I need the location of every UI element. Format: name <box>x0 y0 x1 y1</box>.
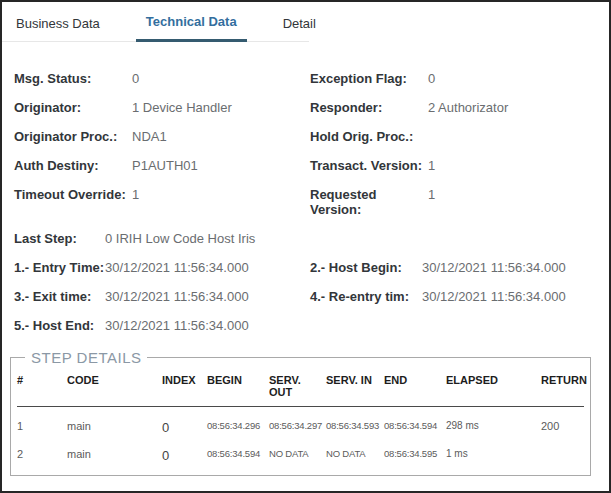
field-value: 2 Authorizator <box>428 100 508 115</box>
cell-number: 2 <box>17 435 67 463</box>
cell-serv-out: 08:56:34.297 <box>269 407 326 436</box>
field-row: Originator: 1 Device Handler Responder: … <box>14 100 601 115</box>
cell-elapsed: 1 ms <box>446 435 541 463</box>
col-header-end: END <box>384 368 446 407</box>
field-row: Last Step: 0 IRIH Low Code Host Iris <box>14 231 601 246</box>
field-grid: Msg. Status: 0 Exception Flag: 0 Origina… <box>2 42 609 333</box>
col-header-serv-in: SERV. IN <box>326 368 384 407</box>
field-responder: Responder: 2 Authorizator <box>310 100 601 115</box>
field-label: Msg. Status: <box>14 71 132 86</box>
field-value: 30/12/2021 11:56:34.000 <box>105 318 249 333</box>
cell-serv-in: 08:56:34.593 <box>326 407 384 436</box>
step-details-section: STEP DETAILS # CODE INDEX BEGIN SERV. OU… <box>10 349 591 476</box>
field-host-end: 5.- Host End: 30/12/2021 11:56:34.000 <box>14 318 310 333</box>
col-header-serv-out: SERV. OUT <box>269 368 326 407</box>
field-value: 1 <box>428 158 435 173</box>
field-reentry-time: 4.- Re-entry tim: 30/12/2021 11:56:34.00… <box>310 289 601 304</box>
field-label: Originator Proc.: <box>14 129 132 144</box>
col-header-index: INDEX <box>162 368 207 407</box>
tab-label: Detail <box>283 16 316 31</box>
field-value: 30/12/2021 11:56:34.000 <box>105 289 249 304</box>
cell-return <box>541 435 584 463</box>
technical-data-window: Business Data Technical Data Detail Msg.… <box>0 0 611 493</box>
field-label: 4.- Re-entry tim: <box>310 289 422 304</box>
field-label: Transact. Version: <box>310 158 428 173</box>
tab-bar: Business Data Technical Data Detail <box>2 2 609 42</box>
field-value: 1 <box>428 187 435 202</box>
col-header-elapsed: ELAPSED <box>446 368 541 407</box>
field-row: Timeout Override: 1 Requested Version: 1 <box>14 187 601 217</box>
field-label: Last Step: <box>14 231 105 246</box>
field-empty <box>310 318 601 333</box>
cell-begin: 08:56:34.594 <box>207 435 269 463</box>
field-label: Exception Flag: <box>310 71 428 86</box>
cell-return: 200 <box>541 407 584 436</box>
field-label: Responder: <box>310 100 428 115</box>
cell-begin: 08:56:34.296 <box>207 407 269 436</box>
cell-end: 08:56:34.595 <box>384 435 446 463</box>
field-value: 30/12/2021 11:56:34.000 <box>422 260 566 275</box>
field-originator-proc: Originator Proc.: NDA1 <box>14 129 310 144</box>
field-value: P1AUTH01 <box>132 158 198 173</box>
field-label: Requested Version: <box>310 187 428 217</box>
field-empty <box>310 231 601 246</box>
step-details-table: # CODE INDEX BEGIN SERV. OUT SERV. IN EN… <box>17 368 584 463</box>
field-auth-destiny: Auth Destiny: P1AUTH01 <box>14 158 310 173</box>
cell-elapsed: 298 ms <box>446 407 541 436</box>
field-msg-status: Msg. Status: 0 <box>14 71 310 86</box>
field-label: 5.- Host End: <box>14 318 105 333</box>
field-last-step: Last Step: 0 IRIH Low Code Host Iris <box>14 231 310 246</box>
col-header-begin: BEGIN <box>207 368 269 407</box>
table-header-row: # CODE INDEX BEGIN SERV. OUT SERV. IN EN… <box>17 368 584 407</box>
field-entry-time: 1.- Entry Time: 30/12/2021 11:56:34.000 <box>14 260 310 275</box>
field-label: 2.- Host Begin: <box>310 260 422 275</box>
field-value: 0 <box>428 71 435 86</box>
cell-serv-out: NO DATA <box>269 435 326 463</box>
table-row: 2 main 0 08:56:34.594 NO DATA NO DATA 08… <box>17 435 584 463</box>
col-header-code: CODE <box>67 368 162 407</box>
field-value: 1 <box>132 187 139 202</box>
field-value: 1 Device Handler <box>132 100 232 115</box>
field-value: 0 IRIH Low Code Host Iris <box>105 231 255 246</box>
field-exception-flag: Exception Flag: 0 <box>310 71 601 86</box>
tab-technical-data[interactable]: Technical Data <box>136 2 247 42</box>
time-row: 1.- Entry Time: 30/12/2021 11:56:34.000 … <box>14 260 601 275</box>
field-value: 30/12/2021 11:56:34.000 <box>105 260 249 275</box>
tab-label: Technical Data <box>146 14 237 29</box>
field-label: Auth Destiny: <box>14 158 132 173</box>
field-host-begin: 2.- Host Begin: 30/12/2021 11:56:34.000 <box>310 260 601 275</box>
field-label: Hold Orig. Proc.: <box>310 129 428 144</box>
field-value: 0 <box>132 71 139 86</box>
table-row: 1 main 0 08:56:34.296 08:56:34.297 08:56… <box>17 407 584 436</box>
cell-code: main <box>67 435 162 463</box>
step-details-title: STEP DETAILS <box>25 349 147 366</box>
field-originator: Originator: 1 Device Handler <box>14 100 310 115</box>
field-value: NDA1 <box>132 129 167 144</box>
field-value: 30/12/2021 11:56:34.000 <box>422 289 566 304</box>
field-label: Timeout Override: <box>14 187 132 202</box>
cell-number: 1 <box>17 407 67 436</box>
field-label: 1.- Entry Time: <box>14 260 105 275</box>
cell-code: main <box>67 407 162 436</box>
field-row: Originator Proc.: NDA1 Hold Orig. Proc.: <box>14 129 601 144</box>
field-exit-time: 3.- Exit time: 30/12/2021 11:56:34.000 <box>14 289 310 304</box>
field-transact-version: Transact. Version: 1 <box>310 158 601 173</box>
field-row: Msg. Status: 0 Exception Flag: 0 <box>14 71 601 86</box>
cell-end: 08:56:34.594 <box>384 407 446 436</box>
cell-serv-in: NO DATA <box>326 435 384 463</box>
field-timeout-override: Timeout Override: 1 <box>14 187 310 217</box>
tab-label: Business Data <box>16 16 100 31</box>
time-row: 3.- Exit time: 30/12/2021 11:56:34.000 4… <box>14 289 601 304</box>
field-hold-orig-proc: Hold Orig. Proc.: <box>310 129 601 144</box>
field-label: Originator: <box>14 100 132 115</box>
field-label: 3.- Exit time: <box>14 289 105 304</box>
col-header-number: # <box>17 368 67 407</box>
tab-detail[interactable]: Detail <box>283 2 316 42</box>
cell-index: 0 <box>162 407 207 436</box>
col-header-return: RETURN <box>541 368 584 407</box>
cell-index: 0 <box>162 435 207 463</box>
tab-business-data[interactable]: Business Data <box>16 2 100 42</box>
field-requested-version: Requested Version: 1 <box>310 187 601 217</box>
field-row: Auth Destiny: P1AUTH01 Transact. Version… <box>14 158 601 173</box>
time-row: 5.- Host End: 30/12/2021 11:56:34.000 <box>14 318 601 333</box>
